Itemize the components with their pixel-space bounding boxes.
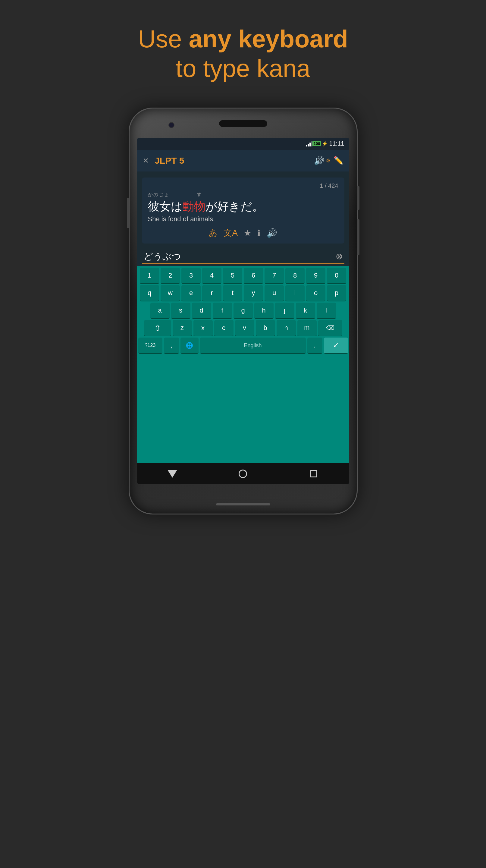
key-9[interactable]: 9 <box>306 268 325 284</box>
phone-bottom-pill <box>216 503 270 505</box>
phone-speaker <box>219 120 267 127</box>
kanji-before: 彼女は <box>148 200 183 213</box>
backspace-key[interactable]: ⌫ <box>318 320 342 336</box>
key-8[interactable]: 8 <box>285 268 304 284</box>
key-b[interactable]: b <box>256 320 275 336</box>
back-button[interactable] <box>165 466 180 481</box>
flashcard-actions: あ 文A ★ ℹ 🔊 <box>148 227 338 239</box>
star-button[interactable]: ★ <box>244 228 251 238</box>
key-a[interactable]: a <box>150 303 170 319</box>
key-5[interactable]: 5 <box>223 268 242 284</box>
keyboard-row-zxcv: ⇧ z x c v b n m ⌫ <box>138 320 348 336</box>
kanji-after: が好きだ。 <box>205 200 264 213</box>
key-1[interactable]: 1 <box>140 268 159 284</box>
phone-mockup: 100 ⚡ 11:11 × JLPT 5 🔊 ⚙ ✏️ 1 / 424 かのじょ… <box>129 107 358 515</box>
gear-icon[interactable]: ⚙ <box>326 157 330 164</box>
phone-camera <box>168 122 174 128</box>
keyboard: 1 2 3 4 5 6 7 8 9 0 q w e r t y u i <box>137 266 349 463</box>
key-c[interactable]: c <box>214 320 233 336</box>
keyboard-row-numbers: 1 2 3 4 5 6 7 8 9 0 <box>138 268 348 284</box>
flashcard: 1 / 424 かのじょ す 彼女は動物が好きだ。 She is fond of… <box>142 178 345 244</box>
key-e[interactable]: e <box>182 285 201 301</box>
key-j[interactable]: j <box>275 303 294 319</box>
flashcard-kanji: 彼女は動物が好きだ。 <box>148 199 338 214</box>
key-s[interactable]: s <box>171 303 190 319</box>
input-clear-button[interactable]: ⊗ <box>336 251 343 261</box>
key-h[interactable]: h <box>254 303 273 319</box>
info-button[interactable]: ℹ <box>257 228 261 238</box>
recent-icon <box>310 470 317 477</box>
audio-button[interactable]: 🔊 <box>267 228 277 238</box>
app-header: × JLPT 5 🔊 ⚙ ✏️ <box>137 150 349 172</box>
key-q[interactable]: q <box>140 285 159 301</box>
key-g[interactable]: g <box>233 303 253 319</box>
flashcard-furigana: かのじょ す <box>148 192 338 198</box>
key-4[interactable]: 4 <box>202 268 222 284</box>
home-button[interactable] <box>235 466 250 481</box>
enter-key[interactable]: ✓ <box>324 338 348 354</box>
recent-apps-button[interactable] <box>306 466 321 481</box>
status-bar: 100 ⚡ 11:11 <box>137 138 349 150</box>
key-u[interactable]: u <box>264 285 284 301</box>
app-title: JLPT 5 <box>155 156 309 166</box>
key-x[interactable]: x <box>193 320 213 336</box>
phone-button-power <box>357 186 359 210</box>
translate-button[interactable]: 文A <box>224 227 238 239</box>
key-l[interactable]: l <box>317 303 336 319</box>
key-k[interactable]: k <box>296 303 315 319</box>
headline-plain: Use <box>138 25 189 53</box>
key-d[interactable]: d <box>192 303 211 319</box>
headline: Use any keyboard to type kana <box>138 24 348 84</box>
key-z[interactable]: z <box>173 320 192 336</box>
key-v[interactable]: v <box>235 320 254 336</box>
headline-line2: to type kana <box>138 54 348 83</box>
globe-key[interactable]: 🌐 <box>181 338 199 354</box>
period-key[interactable]: . <box>307 338 322 354</box>
keyboard-row-bottom: ?123 , 🌐 English . ✓ <box>138 338 348 354</box>
flashcard-counter: 1 / 424 <box>148 182 338 189</box>
key-f[interactable]: f <box>213 303 232 319</box>
shift-key[interactable]: ⇧ <box>144 320 171 336</box>
key-m[interactable]: m <box>297 320 317 336</box>
keyboard-row-qwerty: q w e r t y u i o p <box>138 285 348 301</box>
spacebar-key[interactable]: English <box>200 338 306 354</box>
key-6[interactable]: 6 <box>244 268 263 284</box>
home-icon <box>239 470 247 478</box>
nav-bar <box>137 463 349 484</box>
key-7[interactable]: 7 <box>264 268 284 284</box>
symbols-key[interactable]: ?123 <box>138 338 162 354</box>
keyboard-row-asdf: a s d f g h j k l <box>138 303 348 319</box>
audio-settings-icon[interactable]: 🔊 <box>314 156 324 165</box>
phone-button-left <box>127 198 129 228</box>
kana-toggle-button[interactable]: あ <box>209 227 218 239</box>
phone-button-volume <box>357 219 359 255</box>
key-o[interactable]: o <box>306 285 325 301</box>
romaji-input[interactable] <box>142 250 345 264</box>
key-y[interactable]: y <box>244 285 263 301</box>
flashcard-english: She is fond of animals. <box>148 215 338 223</box>
key-p[interactable]: p <box>327 285 346 301</box>
edit-icon[interactable]: ✏️ <box>333 156 343 165</box>
key-0[interactable]: 0 <box>327 268 346 284</box>
back-icon <box>167 470 177 478</box>
key-2[interactable]: 2 <box>161 268 180 284</box>
key-n[interactable]: n <box>277 320 296 336</box>
charging-icon: ⚡ <box>322 141 328 147</box>
battery-icon: 100 <box>313 141 322 146</box>
headline-bold: any keyboard <box>189 25 348 53</box>
signal-strength-icon <box>306 141 313 147</box>
key-r[interactable]: r <box>202 285 222 301</box>
key-w[interactable]: w <box>161 285 180 301</box>
kanji-highlight: 動物 <box>183 200 205 213</box>
key-3[interactable]: 3 <box>182 268 201 284</box>
phone-screen: 100 ⚡ 11:11 × JLPT 5 🔊 ⚙ ✏️ 1 / 424 かのじょ… <box>137 138 349 484</box>
close-button[interactable]: × <box>143 155 149 166</box>
key-t[interactable]: t <box>223 285 242 301</box>
key-i[interactable]: i <box>285 285 304 301</box>
comma-key[interactable]: , <box>164 338 179 354</box>
status-time: 11:11 <box>329 140 344 147</box>
input-area: ⊗ <box>137 247 349 266</box>
